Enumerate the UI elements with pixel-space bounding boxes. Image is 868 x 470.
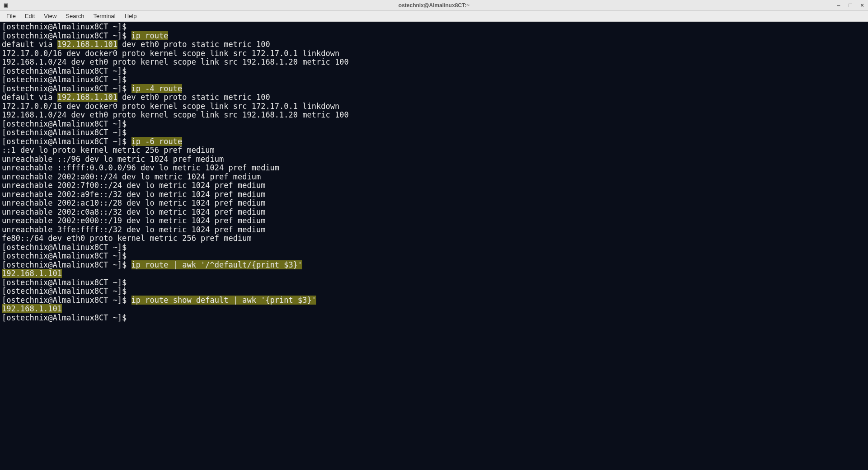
output-line: dev eth0 proto static metric 100 xyxy=(117,40,270,49)
output-line: unreachable 2002:a00::/24 dev lo metric … xyxy=(2,172,261,181)
output-line: default via xyxy=(2,40,57,49)
output-line: unreachable 2002:a9fe::/32 dev lo metric… xyxy=(2,190,265,199)
gateway-result: 192.168.1.101 xyxy=(2,304,62,313)
prompt: [ostechnix@Almalinux8CT ~]$ xyxy=(2,243,127,252)
prompt: [ostechnix@Almalinux8CT ~]$ xyxy=(2,260,127,269)
output-line: unreachable 2002:e000::/19 dev lo metric… xyxy=(2,216,265,225)
gateway-highlight: 192.168.1.101 xyxy=(57,93,117,102)
command-ip-route: ip route xyxy=(131,31,169,40)
output-line: fe80::/64 dev eth0 proto kernel metric 2… xyxy=(2,234,252,243)
prompt: [ostechnix@Almalinux8CT ~]$ xyxy=(2,31,127,40)
gateway-highlight: 192.168.1.101 xyxy=(57,40,117,49)
menubar: File Edit View Search Terminal Help xyxy=(0,11,868,22)
output-line: dev eth0 proto static metric 100 xyxy=(117,93,270,102)
prompt: [ostechnix@Almalinux8CT ~]$ xyxy=(2,137,127,146)
terminal-output[interactable]: [ostechnix@Almalinux8CT ~]$ [ostechnix@A… xyxy=(0,22,868,470)
output-line: ::1 dev lo proto kernel metric 256 pref … xyxy=(2,146,215,155)
window-titlebar: ▣ ostechnix@Almalinux8CT:~ – □ × xyxy=(0,0,868,11)
menu-help[interactable]: Help xyxy=(121,12,141,20)
prompt: [ostechnix@Almalinux8CT ~]$ xyxy=(2,84,127,93)
output-line: unreachable ::ffff:0.0.0.0/96 dev lo met… xyxy=(2,163,279,172)
menu-edit[interactable]: Edit xyxy=(21,12,38,20)
prompt: [ostechnix@Almalinux8CT ~]$ xyxy=(2,278,127,287)
minimize-button[interactable]: – xyxy=(835,2,842,9)
command-awk-show-default: ip route show default | awk '{print $3}' xyxy=(131,296,316,305)
prompt: [ostechnix@Almalinux8CT ~]$ xyxy=(2,313,127,322)
menu-terminal[interactable]: Terminal xyxy=(90,12,119,20)
maximize-button[interactable]: □ xyxy=(847,2,854,9)
output-line: 192.168.1.0/24 dev eth0 proto kernel sco… xyxy=(2,57,349,66)
prompt: [ostechnix@Almalinux8CT ~]$ xyxy=(2,66,127,75)
prompt: [ostechnix@Almalinux8CT ~]$ xyxy=(2,75,127,84)
menu-search[interactable]: Search xyxy=(62,12,88,20)
close-button[interactable]: × xyxy=(859,2,865,9)
output-line: 172.17.0.0/16 dev docker0 proto kernel s… xyxy=(2,49,339,58)
output-line: unreachable 3ffe:ffff::/32 dev lo metric… xyxy=(2,225,265,234)
window-title: ostechnix@Almalinux8CT:~ xyxy=(399,2,469,9)
command-ip4-route: ip -4 route xyxy=(131,84,183,93)
output-line: unreachable 2002:7f00::/24 dev lo metric… xyxy=(2,181,265,190)
window-controls: – □ × xyxy=(835,2,865,9)
command-ip6-route: ip -6 route xyxy=(131,137,183,146)
prompt: [ostechnix@Almalinux8CT ~]$ xyxy=(2,296,127,305)
terminal-icon: ▣ xyxy=(3,2,9,9)
prompt: [ostechnix@Almalinux8CT ~]$ xyxy=(2,251,127,260)
gateway-result: 192.168.1.101 xyxy=(2,269,62,278)
menu-file[interactable]: File xyxy=(3,12,19,20)
output-line: 172.17.0.0/16 dev docker0 proto kernel s… xyxy=(2,102,339,111)
prompt: [ostechnix@Almalinux8CT ~]$ xyxy=(2,119,127,128)
output-line: unreachable 2002:c0a8::/32 dev lo metric… xyxy=(2,207,265,216)
prompt: [ostechnix@Almalinux8CT ~]$ xyxy=(2,287,127,296)
output-line: unreachable ::/96 dev lo metric 1024 pre… xyxy=(2,155,224,164)
prompt: [ostechnix@Almalinux8CT ~]$ xyxy=(2,128,127,137)
output-line: unreachable 2002:ac10::/28 dev lo metric… xyxy=(2,198,265,207)
output-line: 192.168.1.0/24 dev eth0 proto kernel sco… xyxy=(2,110,349,119)
menu-view[interactable]: View xyxy=(40,12,60,20)
prompt: [ostechnix@Almalinux8CT ~]$ xyxy=(2,22,127,31)
command-awk-default: ip route | awk '/^default/{print $3}' xyxy=(131,260,303,269)
output-line: default via xyxy=(2,93,57,102)
